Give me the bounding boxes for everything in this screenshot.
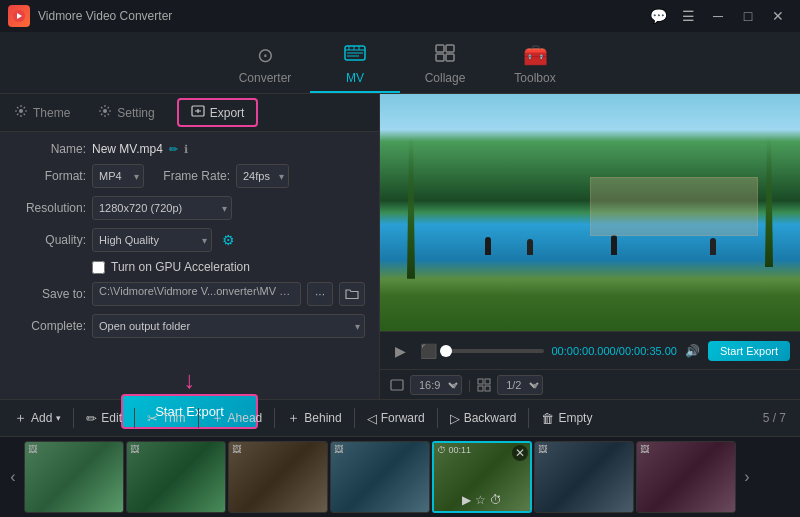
- time-display: 00:00:00.000/00:00:35.00: [552, 345, 677, 357]
- tab-converter[interactable]: ⊙ Converter: [220, 37, 310, 93]
- info-icon[interactable]: ℹ: [184, 143, 188, 156]
- menu-btn[interactable]: ☰: [674, 5, 702, 27]
- film-item-5[interactable]: ⏱ 00:11 ✕ ▶ ☆ ⏱: [432, 441, 532, 513]
- svg-point-8: [103, 109, 107, 113]
- resolution-label: Resolution:: [14, 201, 86, 215]
- ahead-button[interactable]: ＋ Ahead: [203, 405, 271, 431]
- quality-row: Quality: High QualityMedium QualityLow Q…: [14, 228, 365, 252]
- framerate-select[interactable]: 24fps25fps30fps60fps: [236, 164, 289, 188]
- converter-icon: ⊙: [257, 43, 274, 67]
- play-action-icon[interactable]: ▶: [462, 493, 471, 507]
- svg-rect-5: [436, 54, 444, 61]
- minimize-btn[interactable]: ─: [704, 5, 732, 27]
- filmstrip-next[interactable]: ›: [738, 441, 756, 513]
- close-btn[interactable]: ✕: [764, 5, 792, 27]
- progress-bar[interactable]: [446, 349, 544, 353]
- edit-name-icon[interactable]: ✏: [169, 143, 178, 156]
- svg-point-7: [19, 109, 23, 113]
- complete-label: Complete:: [14, 319, 86, 333]
- toolbox-icon: 🧰: [523, 43, 548, 67]
- trim-button[interactable]: ✂ Trim: [139, 407, 194, 430]
- quality-select[interactable]: High QualityMedium QualityLow Quality: [92, 228, 212, 252]
- start-export-small-button[interactable]: Start Export: [708, 341, 790, 361]
- framerate-select-wrap: 24fps25fps30fps60fps: [236, 164, 289, 188]
- framerate-label: Frame Rate:: [150, 169, 230, 183]
- tab-toolbox[interactable]: 🧰 Toolbox: [490, 37, 580, 93]
- svg-rect-6: [446, 54, 454, 61]
- svg-rect-14: [485, 386, 490, 391]
- behind-button[interactable]: ＋ Behind: [279, 405, 349, 431]
- tab-setting[interactable]: Setting: [84, 94, 168, 131]
- star-action-icon[interactable]: ☆: [475, 493, 486, 507]
- quality-gear-icon[interactable]: ⚙: [222, 232, 235, 248]
- volume-icon[interactable]: 🔊: [685, 344, 700, 358]
- complete-select-wrap: Open output folderDo nothingShut down: [92, 314, 365, 338]
- edit-button[interactable]: ✏ Edit: [78, 407, 130, 430]
- format-select[interactable]: MP4AVIMOVMKV: [92, 164, 144, 188]
- backward-button[interactable]: ▷ Backward: [442, 407, 525, 430]
- film-item-5-close[interactable]: ✕: [512, 445, 528, 461]
- film-item-2[interactable]: 🖼: [126, 441, 226, 513]
- setting-tab-icon: [98, 104, 112, 121]
- film-item-4[interactable]: 🖼: [330, 441, 430, 513]
- tab-collage[interactable]: Collage: [400, 37, 490, 93]
- saveto-row: Save to: C:\Vidmore\Vidmore V...onverter…: [14, 282, 365, 306]
- app-title: Vidmore Video Converter: [38, 9, 644, 23]
- time-current: 00:00:00.000: [552, 345, 616, 357]
- quality-fraction-select[interactable]: 1/21/11/4: [497, 375, 543, 395]
- empty-icon: 🗑: [541, 411, 554, 426]
- export-icon: [191, 104, 205, 121]
- empty-button[interactable]: 🗑 Empty: [533, 407, 600, 430]
- ctrl-sep1: |: [468, 378, 471, 392]
- export-tab[interactable]: Export: [177, 98, 259, 127]
- sep7: [528, 408, 529, 428]
- video-placeholder: [380, 94, 800, 331]
- sep6: [437, 408, 438, 428]
- filmstrip-prev[interactable]: ‹: [4, 441, 22, 513]
- gpu-label: Turn on GPU Acceleration: [111, 260, 250, 274]
- maximize-btn[interactable]: □: [734, 5, 762, 27]
- arrow-down-icon: ↓: [183, 368, 195, 392]
- mv-icon: [344, 44, 366, 67]
- app-logo: [8, 5, 30, 27]
- tab-collage-label: Collage: [425, 71, 466, 85]
- ratio-select[interactable]: 16:94:31:1: [410, 375, 462, 395]
- clock-action-icon[interactable]: ⏱: [490, 493, 502, 507]
- edit-icon: ✏: [86, 411, 97, 426]
- tab-mv-label: MV: [346, 71, 364, 85]
- resolution-select[interactable]: 1280x720 (720p)1920x1080 (1080p)854x480 …: [92, 196, 232, 220]
- quality-fraction-wrap: 1/21/11/4: [497, 375, 543, 395]
- time-total: 00:00:35.00: [619, 345, 677, 357]
- chat-btn[interactable]: 💬: [644, 5, 672, 27]
- main-content: Theme Setting Export Name: New MV.mp4: [0, 94, 800, 399]
- saveto-dots-btn[interactable]: ···: [307, 282, 333, 306]
- left-panel: Theme Setting Export Name: New MV.mp4: [0, 94, 380, 399]
- film-item-6[interactable]: 🖼: [534, 441, 634, 513]
- play-button[interactable]: ▶: [390, 343, 410, 359]
- aspect-icon: [390, 378, 404, 392]
- backward-icon: ▷: [450, 411, 460, 426]
- tab-mv[interactable]: MV: [310, 37, 400, 93]
- svg-rect-12: [485, 379, 490, 384]
- edit-label: Edit: [101, 411, 122, 425]
- forward-button[interactable]: ◁ Forward: [359, 407, 433, 430]
- film-item-7[interactable]: 🖼: [636, 441, 736, 513]
- nav-tabs: ⊙ Converter MV Collage 🧰 Toolbox: [0, 32, 800, 94]
- add-button[interactable]: ＋ Add ▾: [6, 405, 69, 431]
- quality-label: Quality:: [14, 233, 86, 247]
- gpu-checkbox[interactable]: [92, 261, 105, 274]
- film-item-1[interactable]: 🖼: [24, 441, 124, 513]
- add-label: Add: [31, 411, 52, 425]
- tab-theme[interactable]: Theme: [0, 94, 84, 131]
- name-value: New MV.mp4: [92, 142, 163, 156]
- theme-tab-label: Theme: [33, 106, 70, 120]
- svg-rect-4: [446, 45, 454, 52]
- complete-select[interactable]: Open output folderDo nothingShut down: [92, 314, 365, 338]
- ahead-label: Ahead: [228, 411, 263, 425]
- ratio-select-wrap: 16:94:31:1: [410, 375, 462, 395]
- stop-button[interactable]: ⬛: [418, 343, 438, 359]
- format-select-wrap: MP4AVIMOVMKV: [92, 164, 144, 188]
- saveto-folder-btn[interactable]: [339, 282, 365, 306]
- svg-rect-10: [391, 380, 403, 390]
- film-item-3[interactable]: 🖼: [228, 441, 328, 513]
